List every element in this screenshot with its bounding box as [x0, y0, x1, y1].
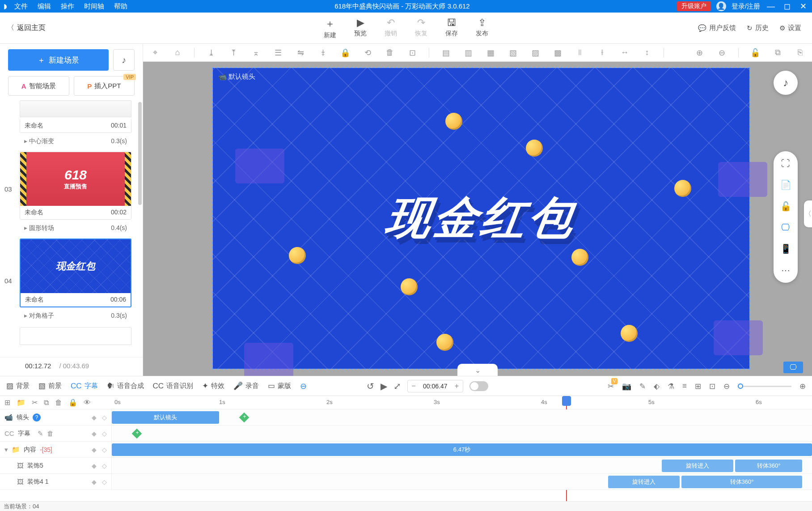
edit-icon[interactable]: ✎: [38, 430, 43, 438]
tab-mask[interactable]: ▭蒙版: [268, 381, 291, 391]
align-bottom-icon[interactable]: ⤓: [205, 48, 217, 58]
camera-clip[interactable]: 默认镜头: [112, 411, 219, 424]
coin-decoration[interactable]: [571, 249, 588, 266]
align-vcenter-icon[interactable]: ▨: [529, 48, 541, 58]
add-keyframe-icon[interactable]: [132, 429, 142, 439]
align-vtop-icon[interactable]: ▧: [507, 48, 519, 58]
menu-edit[interactable]: 编辑: [38, 2, 51, 11]
menu-action[interactable]: 操作: [61, 2, 74, 11]
minimize-icon[interactable]: —: [765, 2, 776, 11]
keyframe-dot[interactable]: ◇: [102, 462, 107, 469]
login-button[interactable]: 登录/注册: [732, 2, 760, 11]
envelope-decoration[interactable]: [235, 149, 284, 183]
spacing-h-icon[interactable]: ↔: [619, 48, 630, 57]
spacing-v-icon[interactable]: ↕: [641, 48, 653, 57]
lock-icon[interactable]: 🔒: [339, 48, 351, 58]
keyframe-dot[interactable]: ◆: [92, 462, 97, 469]
effect-clip[interactable]: 旋转进入: [662, 460, 733, 472]
filter-tool-icon[interactable]: ⚗: [668, 382, 674, 391]
scene-item[interactable]: 未命名00:01: [20, 119, 131, 133]
align-right-icon[interactable]: ▦: [485, 48, 496, 58]
coin-decoration[interactable]: [401, 278, 418, 295]
coin-decoration[interactable]: [445, 113, 462, 130]
crop-tool-icon[interactable]: ✂: [608, 382, 614, 391]
keyframe-dot[interactable]: ◆: [92, 446, 97, 453]
rotate-icon[interactable]: ⟲: [362, 48, 373, 58]
menu-help[interactable]: 帮助: [114, 2, 127, 11]
transition-row[interactable]: ▸中心渐变 0.3(s): [20, 135, 131, 150]
keyframe-dot[interactable]: ◇: [102, 478, 107, 485]
unlock-icon[interactable]: 🔓: [749, 48, 761, 58]
scene-thumb-partial[interactable]: [20, 327, 131, 345]
camera-snap-icon[interactable]: 📷: [622, 382, 631, 391]
content-clip[interactable]: 6.47秒: [112, 443, 812, 456]
distribute-v-icon[interactable]: ⫲: [596, 48, 608, 57]
feedback-button[interactable]: 💬用户反馈: [698, 24, 736, 32]
play-button-icon[interactable]: ▶: [381, 381, 387, 392]
tab-foreground[interactable]: ▧前景: [38, 381, 62, 391]
home-tool-icon[interactable]: ⌂: [172, 48, 183, 57]
cursor-tool-icon[interactable]: ⌖: [149, 48, 161, 57]
tab-background[interactable]: ▨背景: [6, 381, 30, 391]
distribute-h-icon[interactable]: ⫴: [574, 48, 586, 57]
delete-track-icon[interactable]: 🗑: [55, 399, 62, 407]
align-left-icon[interactable]: ▤: [440, 48, 452, 58]
music-button[interactable]: ♪: [113, 49, 135, 71]
coin-decoration[interactable]: [621, 325, 638, 342]
copy-icon[interactable]: ⧉: [772, 48, 783, 57]
zoom-in-icon[interactable]: ⊕: [694, 48, 705, 58]
align-hcenter-icon[interactable]: ▥: [462, 48, 474, 58]
keyframe-dot[interactable]: ◆: [92, 430, 97, 437]
zoom-out-icon[interactable]: ⊖: [716, 48, 727, 58]
envelope-decoration[interactable]: [718, 162, 767, 197]
history-button[interactable]: ↻历史: [747, 24, 769, 32]
restart-icon[interactable]: ↺: [367, 381, 374, 392]
effect-clip[interactable]: 转体360°: [681, 476, 802, 488]
tab-record[interactable]: 🎤录音: [233, 381, 259, 391]
add-keyframe-icon[interactable]: [239, 413, 250, 423]
add-track-icon[interactable]: ⊞: [4, 398, 10, 407]
chevron-down-icon[interactable]: ▾: [4, 446, 8, 454]
coin-decoration[interactable]: [289, 247, 306, 264]
cut-icon[interactable]: ✂: [32, 398, 38, 407]
grid-tool-icon[interactable]: ⊡: [709, 382, 715, 391]
envelope-decoration[interactable]: [714, 320, 763, 355]
new-button[interactable]: ＋新建: [324, 17, 336, 39]
time-minus[interactable]: −: [408, 382, 419, 390]
envelope-decoration[interactable]: [244, 343, 293, 378]
zoom-slider[interactable]: [738, 386, 791, 387]
tab-subtitle[interactable]: CC字幕: [71, 382, 98, 391]
insert-ppt-button[interactable]: P 插入PPT VIP: [74, 76, 135, 96]
copy-track-icon[interactable]: ⧉: [44, 399, 49, 407]
marker-tool-icon[interactable]: ⊞: [695, 382, 701, 391]
new-scene-button[interactable]: ＋ 新建场景: [8, 49, 109, 71]
effect-clip[interactable]: 旋转进入: [608, 476, 680, 488]
coin-decoration[interactable]: [526, 140, 543, 157]
menu-timeline[interactable]: 时间轴: [84, 2, 104, 11]
float-music-button[interactable]: ♪: [774, 71, 798, 95]
keyframe-dot[interactable]: ◆: [92, 414, 97, 421]
publish-button[interactable]: ⇪发布: [476, 17, 488, 39]
help-icon[interactable]: ?: [33, 413, 41, 422]
layers-tool-icon[interactable]: ≡: [682, 382, 687, 391]
close-icon[interactable]: ✕: [798, 1, 808, 11]
save-button[interactable]: 🖫保存: [445, 17, 458, 39]
scene-thumb-partial[interactable]: [20, 100, 131, 117]
align-vbottom-icon[interactable]: ▩: [552, 48, 563, 58]
mobile-icon[interactable]: 📱: [780, 243, 791, 254]
time-plus[interactable]: +: [451, 382, 463, 390]
preview-button[interactable]: ▶预览: [354, 17, 367, 39]
align-center-icon[interactable]: ☰: [272, 48, 284, 58]
folder-add-icon[interactable]: 📁: [17, 398, 25, 407]
trash-icon[interactable]: 🗑: [384, 48, 396, 57]
edit-tool-icon[interactable]: ✎: [639, 382, 646, 391]
zoom-in-tl-icon[interactable]: ⊕: [799, 382, 806, 391]
flip-v-icon[interactable]: ⤈: [317, 48, 329, 58]
delete-icon[interactable]: 🗑: [47, 430, 54, 437]
keyframe-dot[interactable]: ◇: [102, 430, 107, 437]
align-middle-icon[interactable]: ⌅: [250, 48, 262, 58]
more-tabs-icon[interactable]: ⊖: [300, 381, 307, 391]
redo-button[interactable]: ↷恢复: [415, 17, 427, 39]
tab-asr[interactable]: CC语音识别: [153, 382, 194, 391]
playhead-grip[interactable]: [562, 396, 571, 406]
